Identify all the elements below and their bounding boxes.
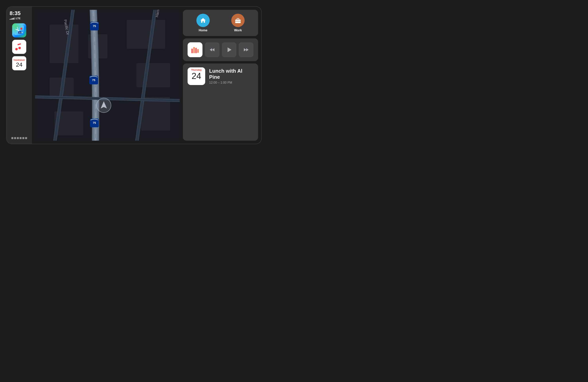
svg-rect-35 — [193, 47, 195, 53]
event-info: Lunch with Al Pine 12:00 – 1:00 PM — [209, 68, 253, 84]
home-label: Home — [199, 29, 207, 32]
signal-bar-3 — [12, 18, 13, 20]
work-destination[interactable]: Work — [231, 14, 245, 32]
music-app-icon[interactable] — [12, 40, 26, 54]
map-area[interactable]: Pacific Dr Harmon Rd 75 75 — [35, 10, 180, 141]
svg-text:75: 75 — [92, 79, 95, 82]
signal-bar-5 — [14, 18, 15, 20]
map-background: Pacific Dr Harmon Rd 75 75 — [35, 10, 180, 141]
signal-bar-1 — [10, 19, 10, 20]
calendar-widget[interactable]: Thursday 24 Lunch with Al Pine 12:00 – 1… — [183, 63, 258, 141]
app-icons: 280 Thursday 24 — [6, 23, 32, 137]
podcasts-waveform-icon — [190, 45, 200, 55]
event-time: 12:00 – 1:00 PM — [209, 81, 253, 84]
clock: 8:35 — [10, 11, 21, 16]
home-dot-1 — [11, 137, 13, 139]
svg-rect-12 — [141, 97, 170, 131]
carplay-screen: 8:35 LTE — [6, 7, 261, 144]
calendar-icon-large: Thursday 24 — [188, 67, 205, 85]
home-dot-5 — [22, 137, 24, 139]
home-grid[interactable] — [9, 137, 30, 141]
svg-text:75: 75 — [93, 121, 96, 124]
rewind-button[interactable] — [205, 42, 220, 57]
calendar-day-num: 24 — [16, 62, 22, 68]
nav-destinations: Home Work — [188, 14, 253, 32]
svg-rect-6 — [50, 25, 79, 63]
maps-app-icon[interactable]: 280 — [12, 23, 26, 38]
svg-marker-40 — [228, 47, 231, 52]
svg-rect-8 — [126, 20, 165, 49]
cal-day-name: Thursday — [191, 69, 202, 71]
sidebar: 8:35 LTE — [6, 7, 32, 144]
home-dot-6 — [25, 137, 27, 139]
rewind-icon — [209, 47, 215, 53]
svg-rect-36 — [195, 48, 197, 53]
status-bar: 8:35 LTE — [6, 11, 32, 20]
podcasts-icon[interactable] — [188, 42, 203, 57]
signal-row: LTE — [10, 17, 21, 20]
svg-rect-9 — [136, 63, 170, 87]
home-dot-4 — [20, 137, 21, 139]
svg-point-3 — [21, 28, 22, 30]
work-icon — [231, 14, 245, 27]
navigation-widget: Home Work — [183, 10, 258, 36]
svg-marker-42 — [246, 48, 249, 51]
play-icon — [226, 47, 232, 53]
maps-icon-svg: 280 — [14, 25, 24, 35]
svg-rect-0 — [14, 25, 24, 35]
svg-marker-39 — [212, 48, 214, 51]
svg-rect-34 — [191, 49, 193, 53]
music-controls — [188, 42, 253, 57]
svg-rect-4 — [12, 40, 26, 54]
work-briefcase-icon — [234, 17, 241, 24]
svg-text:75: 75 — [93, 24, 96, 28]
work-label: Work — [234, 29, 242, 32]
play-button[interactable] — [222, 42, 237, 57]
home-house-icon — [200, 17, 207, 24]
svg-marker-41 — [244, 48, 246, 51]
cal-day-number: 24 — [192, 72, 201, 80]
music-widget — [183, 38, 258, 61]
signal-bar-2 — [11, 19, 12, 20]
signal-bar-4 — [13, 18, 14, 20]
svg-marker-38 — [210, 48, 212, 51]
home-dot-3 — [17, 137, 19, 139]
svg-text:280: 280 — [19, 32, 21, 34]
home-icon — [196, 14, 210, 27]
fast-forward-icon — [243, 47, 249, 53]
music-icon-svg — [12, 40, 26, 54]
fast-forward-button[interactable] — [239, 42, 253, 57]
lte-label: LTE — [16, 17, 21, 20]
calendar-day-name: Thursday — [13, 59, 25, 61]
home-destination[interactable]: Home — [196, 14, 210, 32]
home-dot-2 — [14, 137, 16, 139]
signal-bars — [10, 17, 15, 20]
calendar-event: Thursday 24 Lunch with Al Pine 12:00 – 1… — [188, 67, 253, 85]
calendar-app-icon[interactable]: Thursday 24 — [12, 56, 26, 70]
right-panel: Home Work — [183, 7, 261, 144]
map-svg: Pacific Dr Harmon Rd 75 75 — [35, 10, 180, 141]
svg-rect-37 — [197, 49, 199, 53]
event-title: Lunch with Al Pine — [209, 68, 253, 80]
